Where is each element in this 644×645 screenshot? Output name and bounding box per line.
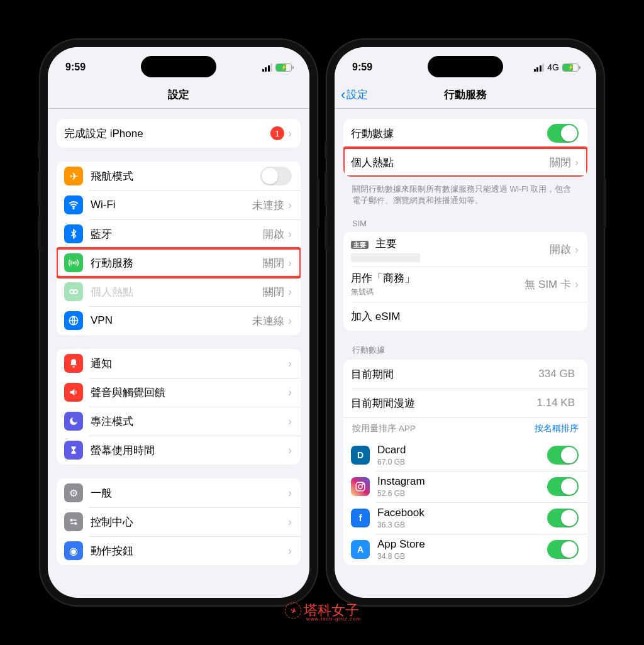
row-app-dcard[interactable]: D Dcard67.0 GB: [343, 439, 587, 471]
dynamic-island: [141, 56, 216, 77]
group-cellular-top: 行動數據 個人熱點 關閉 ›: [343, 119, 587, 177]
cellular-footer: 關閉行動數據來限制所有數據服務只能透過 Wi-Fi 取用，包含電子郵件、瀏覽網頁…: [343, 180, 587, 206]
row-hotspot[interactable]: 個人熱點 關閉 ›: [57, 277, 301, 306]
svg-point-3: [74, 290, 77, 294]
back-button[interactable]: ‹ 設定: [341, 87, 368, 102]
row-vpn[interactable]: VPN 未連線 ›: [57, 306, 301, 335]
row-sim-business[interactable]: 用作「商務」 無號碼 無 SIM 卡 ›: [343, 267, 587, 302]
row-action-button[interactable]: ◉ 動作按鈕 ›: [57, 536, 301, 565]
cellular-screen: 9:59 4G ⚡ ‹ 設定 行動服務 行動數據 個人熱點: [335, 47, 596, 598]
row-focus[interactable]: 專注模式 ›: [57, 407, 301, 436]
row-airplane-mode[interactable]: ✈ 飛航模式: [57, 162, 301, 190]
status-time: 9:59: [65, 62, 86, 73]
bell-icon: [64, 354, 83, 373]
sim-badge-primary: 主要: [351, 241, 369, 249]
app-icon-instagram: [351, 477, 370, 496]
row-finish-setup[interactable]: 完成設定 iPhone 1 ›: [57, 119, 301, 148]
network-label: 4G: [547, 62, 559, 72]
app-toggle[interactable]: [547, 509, 579, 527]
nav-bar: 設定: [48, 81, 309, 109]
chevron-right-icon: ›: [288, 487, 292, 499]
row-control-center[interactable]: 控制中心 ›: [57, 507, 301, 536]
row-app-facebook[interactable]: f Facebook36.3 GB: [343, 502, 587, 534]
row-sim-primary[interactable]: 主要 主要 開啟 ›: [343, 232, 587, 267]
speaker-icon: [64, 383, 83, 402]
nav-bar: ‹ 設定 行動服務: [335, 81, 596, 109]
svg-point-6: [75, 522, 77, 524]
row-general[interactable]: ⚙ 一般 ›: [57, 478, 301, 507]
hourglass-icon: [64, 441, 83, 460]
row-cellular[interactable]: 行動服務 關閉 ›: [57, 248, 301, 277]
row-personal-hotspot[interactable]: 個人熱點 關閉 ›: [343, 148, 587, 177]
chevron-right-icon: ›: [288, 545, 292, 556]
cellular-icon: [64, 253, 83, 272]
app-toggle[interactable]: [547, 446, 579, 465]
airplane-toggle[interactable]: [260, 167, 292, 185]
row-wifi[interactable]: Wi-Fi 未連接 ›: [57, 190, 301, 219]
moon-icon: [64, 412, 83, 431]
chevron-right-icon: ›: [288, 516, 292, 527]
app-toggle[interactable]: [547, 540, 579, 559]
group-connectivity: ✈ 飛航模式 Wi-Fi 未連接 › 藍牙 開: [57, 162, 301, 335]
chevron-right-icon: ›: [575, 157, 579, 168]
app-icon-facebook: f: [351, 509, 370, 527]
row-notifications[interactable]: 通知 ›: [57, 349, 301, 378]
signal-icon: [534, 63, 545, 72]
dynamic-island: [428, 56, 503, 77]
chevron-right-icon: ›: [288, 199, 292, 211]
cellular-data-toggle[interactable]: [547, 124, 579, 143]
row-app-appstore[interactable]: A App Store34.8 GB: [343, 534, 587, 565]
row-roaming-period[interactable]: 目前期間漫遊 1.14 KB: [343, 389, 587, 417]
action-icon: ◉: [64, 541, 83, 560]
chevron-right-icon: ›: [288, 128, 292, 139]
watermark-icon: [285, 602, 301, 619]
row-screen-time[interactable]: 螢幕使用時間 ›: [57, 436, 301, 465]
sliders-icon: [64, 512, 83, 531]
chevron-right-icon: ›: [288, 358, 292, 369]
bluetooth-icon: [64, 224, 83, 243]
phone-left: 9:59 ⚡ 設定 完成設定 iPhone 1 › ✈ 飛航模: [40, 40, 317, 605]
chevron-right-icon: ›: [288, 257, 292, 268]
cellular-list[interactable]: 行動數據 個人熱點 關閉 › 關閉行動數據來限制所有數據服務只能透過 Wi-Fi…: [335, 109, 596, 598]
svg-point-9: [362, 483, 364, 485]
group-sim: 主要 主要 開啟 › 用作「商務」 無號碼 無 SIM 卡 ›: [343, 232, 587, 331]
airplane-icon: ✈: [64, 167, 83, 185]
group-notifications: 通知 › 聲音與觸覺回饋 › 專注模式 ›: [57, 349, 301, 465]
app-sort-header: 按用量排序 APP 按名稱排序: [343, 417, 587, 439]
data-header: 行動數據: [343, 345, 587, 360]
sort-by-name-link[interactable]: 按名稱排序: [535, 423, 579, 434]
chevron-left-icon: ‹: [341, 88, 345, 102]
phone-right: 9:59 4G ⚡ ‹ 設定 行動服務 行動數據 個人熱點: [327, 40, 604, 605]
wifi-icon: [64, 196, 83, 214]
svg-point-5: [70, 519, 72, 521]
row-sounds[interactable]: 聲音與觸覺回饋 ›: [57, 378, 301, 407]
chevron-right-icon: ›: [288, 444, 292, 456]
row-cellular-data[interactable]: 行動數據: [343, 119, 587, 148]
row-bluetooth[interactable]: 藍牙 開啟 ›: [57, 219, 301, 248]
settings-list[interactable]: 完成設定 iPhone 1 › ✈ 飛航模式 Wi-Fi 未連接: [48, 109, 309, 598]
row-app-instagram[interactable]: Instagram52.6 GB: [343, 471, 587, 502]
signal-icon: [262, 63, 273, 72]
group-data-usage: 目前期間 334 GB 目前期間漫遊 1.14 KB 按用量排序 APP 按名稱…: [343, 360, 587, 565]
app-icon-dcard: D: [351, 446, 370, 465]
chevron-right-icon: ›: [575, 278, 579, 290]
svg-point-0: [73, 208, 74, 209]
page-title: 設定: [168, 87, 189, 102]
gear-icon: ⚙: [64, 483, 83, 502]
group-general: ⚙ 一般 › 控制中心 › ◉ 動作按鈕 ›: [57, 478, 301, 565]
sim-header: SIM: [343, 219, 587, 232]
settings-screen: 9:59 ⚡ 設定 完成設定 iPhone 1 › ✈ 飛航模: [48, 47, 309, 598]
svg-point-8: [358, 485, 362, 488]
watermark: 塔科女子 www.tech-girlz.com: [285, 601, 359, 620]
group-setup: 完成設定 iPhone 1 ›: [57, 119, 301, 148]
chevron-right-icon: ›: [575, 244, 579, 255]
hotspot-icon: [64, 282, 83, 301]
chevron-right-icon: ›: [288, 315, 292, 326]
chevron-right-icon: ›: [288, 387, 292, 398]
vpn-icon: [64, 311, 83, 330]
app-icon-appstore: A: [351, 540, 370, 559]
page-title: 行動服務: [444, 87, 487, 102]
row-current-period[interactable]: 目前期間 334 GB: [343, 360, 587, 389]
row-add-esim[interactable]: 加入 eSIM: [343, 302, 587, 331]
app-toggle[interactable]: [547, 477, 579, 496]
